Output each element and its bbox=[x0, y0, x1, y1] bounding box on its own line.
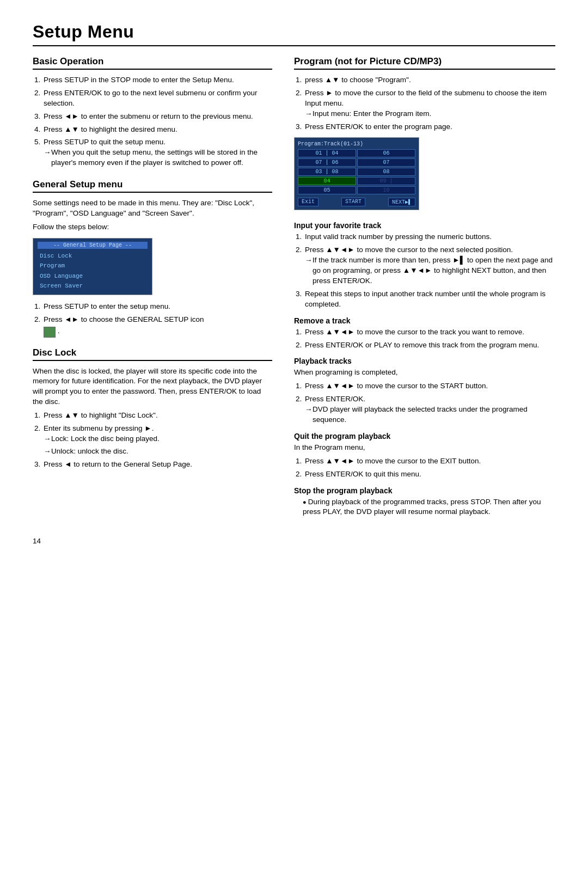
track-screen: Program:Track(01-13) 01 | 04 06 07 | 06 … bbox=[294, 137, 419, 210]
track-cell: 05 bbox=[298, 186, 356, 194]
input-track-arrow: If the track number is more than ten, pr… bbox=[305, 255, 555, 286]
right-column: Program (not for Picture CD/MP3) press ▲… bbox=[294, 56, 555, 521]
list-item: Press ▲▼◄► to move the cursor to the tra… bbox=[304, 327, 555, 338]
list-item: Press SETUP to quit the setup menu. When… bbox=[42, 137, 272, 168]
playback-tracks-section: Playback tracks When programing is compl… bbox=[294, 357, 555, 425]
disc-lock-description: When the disc is locked, the player will… bbox=[33, 366, 272, 408]
track-cell: 07 | 06 bbox=[298, 158, 356, 167]
input-track-title: Input your favorite track bbox=[294, 221, 555, 230]
list-item: Press ▲▼◄► to move the cursor to the STA… bbox=[304, 381, 555, 391]
remove-track-section: Remove a track Press ▲▼◄► to move the cu… bbox=[294, 316, 555, 351]
list-item: Press ▲▼◄► to move the cursor to the nex… bbox=[304, 245, 555, 286]
general-setup-title: General Setup menu bbox=[33, 179, 272, 193]
basic-op-note: When you quit the setup menu, the settin… bbox=[44, 148, 272, 168]
general-setup-section: General Setup menu Some settings need to… bbox=[33, 179, 272, 337]
screen-menu-item: Program bbox=[38, 261, 148, 271]
list-item: Enter its submenu by pressing ►. Lock: L… bbox=[42, 424, 272, 457]
general-setup-icon bbox=[44, 327, 56, 338]
list-item: Press SETUP to enter the setup menu. bbox=[42, 302, 272, 312]
screen-menu-item: Screen Saver bbox=[38, 281, 148, 291]
track-screen-title: Program:Track(01-13) bbox=[298, 141, 415, 147]
disc-lock-section: Disc Lock When the disc is locked, the p… bbox=[33, 347, 272, 470]
stop-program-title: Stop the program playback bbox=[294, 486, 555, 495]
program-title: Program (not for Picture CD/MP3) bbox=[294, 56, 555, 70]
basic-operation-list: Press SETUP in the STOP mode to enter th… bbox=[33, 75, 272, 168]
remove-track-steps: Press ▲▼◄► to move the cursor to the tra… bbox=[294, 327, 555, 351]
track-cell: 08 bbox=[357, 168, 415, 176]
stop-program-list: During playback of the programmed tracks… bbox=[294, 497, 555, 518]
program-steps: press ▲▼ to choose "Program". Press ► to… bbox=[294, 75, 555, 132]
general-setup-intro: Some settings need to be made in this me… bbox=[33, 198, 272, 219]
track-cell: 01 | 04 bbox=[298, 149, 356, 157]
general-setup-steps: Press SETUP to enter the setup menu. Pre… bbox=[33, 302, 272, 338]
list-item: Press ◄► to enter the submenu or return … bbox=[42, 112, 272, 122]
list-item: Input valid track number by pressing the… bbox=[304, 232, 555, 242]
list-item: Repeat this steps to input another track… bbox=[304, 289, 555, 310]
basic-operation-title: Basic Operation bbox=[33, 56, 272, 70]
program-section: Program (not for Picture CD/MP3) press ▲… bbox=[294, 56, 555, 210]
track-screen-footer: Exit START NEXT▶▌ bbox=[298, 198, 415, 206]
list-item: During playback of the programmed tracks… bbox=[303, 497, 555, 518]
track-cell: 03 | 08 bbox=[298, 168, 356, 176]
list-item: Press ◄► to choose the GENERAL SETUP ico… bbox=[42, 315, 272, 338]
page-number: 14 bbox=[33, 537, 555, 545]
start-button: START bbox=[341, 198, 365, 206]
track-cell-empty: 09 | bbox=[357, 177, 415, 185]
list-item: Press ▲▼ to highlight "Disc Lock". bbox=[42, 411, 272, 421]
quit-program-steps: Press ▲▼◄► to move the cursor to the EXI… bbox=[294, 456, 555, 480]
disc-lock-title: Disc Lock bbox=[33, 347, 272, 361]
disc-lock-arrow: Unlock: unlock the disc. bbox=[44, 446, 272, 457]
list-item: Press ► to move the cursor to the field … bbox=[304, 88, 555, 119]
track-cell-empty: 10 bbox=[357, 186, 415, 194]
disc-lock-steps: Press ▲▼ to highlight "Disc Lock". Enter… bbox=[33, 411, 272, 469]
input-track-section: Input your favorite track Input valid tr… bbox=[294, 221, 555, 309]
list-item: Press ▲▼◄► to move the cursor to the EXI… bbox=[304, 456, 555, 467]
stop-program-section: Stop the program playback During playbac… bbox=[294, 486, 555, 518]
page-title: Setup Menu bbox=[33, 22, 555, 42]
left-column: Basic Operation Press SETUP in the STOP … bbox=[33, 56, 272, 521]
remove-track-title: Remove a track bbox=[294, 316, 555, 325]
quit-program-intro: In the Program menu, bbox=[294, 443, 555, 453]
track-cell: 07 bbox=[357, 158, 415, 167]
screen-menu-item: OSD Language bbox=[38, 271, 148, 282]
playback-tracks-steps: Press ▲▼◄► to move the cursor to the STA… bbox=[294, 381, 555, 425]
general-setup-screen: -- General Setup Page -- Disc Lock Progr… bbox=[33, 238, 152, 295]
list-item: Press ▲▼ to highlight the desired menu. bbox=[42, 125, 272, 135]
disc-lock-arrow: Lock: Lock the disc being played. bbox=[44, 434, 272, 444]
program-arrow: Input menu: Enter the Program item. bbox=[305, 109, 555, 119]
list-item: press ▲▼ to choose "Program". bbox=[304, 75, 555, 85]
playback-tracks-arrow: DVD player will playback the selected tr… bbox=[305, 405, 555, 425]
input-track-steps: Input valid track number by pressing the… bbox=[294, 232, 555, 309]
list-item: Press SETUP in the STOP mode to enter th… bbox=[42, 75, 272, 85]
exit-button: Exit bbox=[298, 198, 318, 206]
playback-tracks-title: Playback tracks bbox=[294, 357, 555, 365]
screen-title: -- General Setup Page -- bbox=[38, 242, 148, 249]
basic-operation-section: Basic Operation Press SETUP in the STOP … bbox=[33, 56, 272, 168]
quit-program-section: Quit the program playback In the Program… bbox=[294, 432, 555, 480]
list-item: Press ENTER/OK or PLAY to remove this tr… bbox=[304, 340, 555, 351]
list-item: Press ENTER/OK to quit this menu. bbox=[304, 469, 555, 480]
track-grid: 01 | 04 06 07 | 06 07 03 | 08 08 04 09 |… bbox=[298, 149, 415, 194]
list-item: Press ENTER/OK to enter the program page… bbox=[304, 122, 555, 132]
list-item: Press ENTER/OK to go to the next level s… bbox=[42, 88, 272, 109]
list-item: Press ENTER/OK. DVD player will playback… bbox=[304, 394, 555, 425]
track-cell-selected: 04 bbox=[298, 177, 356, 185]
screen-menu-item: Disc Lock bbox=[38, 251, 148, 261]
quit-program-title: Quit the program playback bbox=[294, 432, 555, 440]
next-button: NEXT▶▌ bbox=[388, 198, 415, 206]
list-item: Press ◄ to return to the General Setup P… bbox=[42, 460, 272, 470]
general-setup-follow: Follow the steps below: bbox=[33, 222, 272, 233]
track-cell: 06 bbox=[357, 149, 415, 157]
playback-tracks-intro: When programing is completed, bbox=[294, 368, 555, 378]
